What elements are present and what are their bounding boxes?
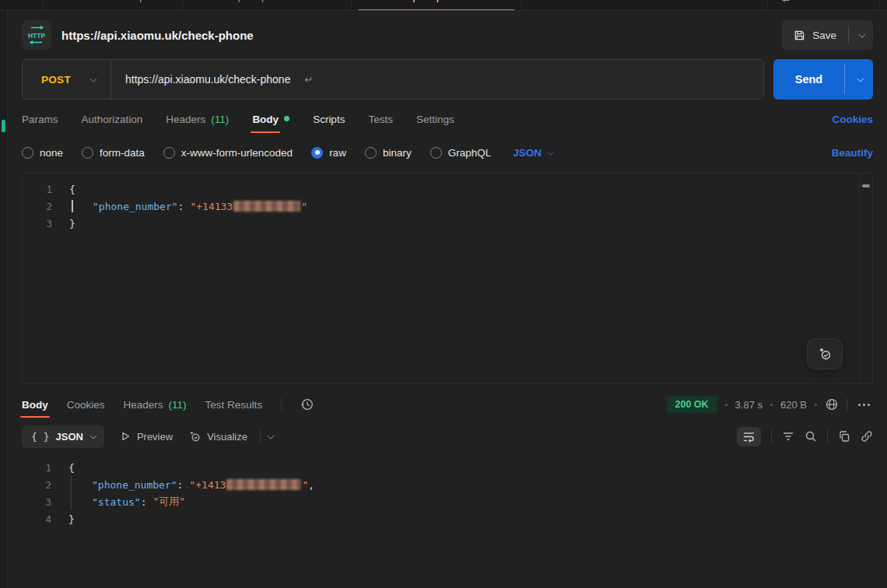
copy-icon[interactable] bbox=[838, 430, 850, 443]
enter-hint-icon: ↵ bbox=[304, 74, 313, 86]
code-line[interactable]: 3 } bbox=[23, 215, 872, 232]
editor-scrollbar[interactable] bbox=[859, 173, 872, 383]
save-button[interactable]: Save bbox=[782, 20, 848, 50]
radio-x-www-form-urlencoded[interactable]: x-www-form-urlencoded bbox=[163, 147, 293, 159]
body-type-options: none form-data x-www-form-urlencoded raw… bbox=[22, 138, 873, 166]
active-tab-underline bbox=[358, 9, 514, 11]
request-tab-2[interactable]: GET https://api.xiaomu.uk/ch bbox=[183, 0, 352, 11]
response-body-editor[interactable]: 1 { 2 "phone_number" : "+1413 " , 3 "sta… bbox=[8, 454, 887, 588]
request-url-row: POST https://api.xiaomu.uk/check-phone ↵… bbox=[22, 59, 873, 100]
method-badge-get: GET bbox=[65, 0, 82, 2]
response-view-tools bbox=[737, 427, 873, 446]
code-line[interactable]: 1 { bbox=[23, 180, 872, 198]
new-tab-button[interactable]: + bbox=[521, 0, 550, 4]
environment-selector[interactable]: No environment bbox=[767, 0, 879, 11]
code-line[interactable]: 1 { bbox=[22, 459, 873, 476]
json-value-visible: "+1413 bbox=[189, 479, 226, 491]
code-line[interactable]: 4 } bbox=[22, 510, 873, 527]
response-tab-headers[interactable]: Headers (11) bbox=[124, 389, 187, 420]
filter-icon[interactable] bbox=[782, 431, 794, 442]
tab-params[interactable]: Params bbox=[22, 100, 58, 138]
url-input-container: POST https://api.xiaomu.uk/check-phone ↵ bbox=[22, 59, 764, 100]
headers-count-badge: (11) bbox=[211, 114, 229, 125]
globe-network-icon[interactable] bbox=[825, 397, 839, 411]
radio-form-data[interactable]: form-data bbox=[82, 147, 145, 159]
request-header: HTTP https://api.xiaomu.uk/check-phone S… bbox=[8, 11, 887, 56]
sparkle-circle-icon bbox=[188, 430, 201, 443]
json-value-visible: "+14133 bbox=[190, 201, 233, 212]
request-workspace: HTTP https://api.xiaomu.uk/check-phone S… bbox=[8, 11, 887, 588]
response-tab-cookies[interactable]: Cookies bbox=[67, 389, 105, 420]
code-line[interactable]: 3 "status" : "可用" bbox=[22, 493, 873, 510]
method-selector[interactable]: POST bbox=[23, 74, 110, 86]
response-meta: 200 OK 3.87 s 620 B bbox=[667, 396, 874, 413]
response-time[interactable]: 3.87 s bbox=[735, 399, 763, 411]
sidebar-indicator bbox=[2, 120, 5, 132]
cookies-link[interactable]: Cookies bbox=[832, 114, 873, 125]
tab-scripts[interactable]: Scripts bbox=[313, 100, 345, 138]
save-options-button[interactable] bbox=[849, 20, 873, 50]
line-number: 3 bbox=[22, 496, 51, 508]
collapsed-sidebar-strip[interactable] bbox=[0, 11, 8, 588]
dot-separator bbox=[770, 404, 773, 406]
redacted-phone-digits bbox=[233, 201, 300, 212]
beautify-link[interactable]: Beautify bbox=[832, 147, 873, 159]
tab-tests[interactable]: Tests bbox=[368, 100, 393, 138]
url-value: https://api.xiaomu.uk/check-phone bbox=[111, 73, 304, 86]
method-label: POST bbox=[23, 74, 89, 86]
environment-label: No environment bbox=[798, 0, 867, 2]
radio-none[interactable]: none bbox=[22, 147, 63, 159]
scrollbar-thumb[interactable] bbox=[862, 184, 870, 187]
status-badge[interactable]: 200 OK bbox=[667, 396, 717, 413]
send-split-button: Send bbox=[773, 59, 873, 100]
link-icon[interactable] bbox=[861, 430, 873, 443]
text-cursor bbox=[72, 200, 73, 212]
preview-button[interactable]: Preview bbox=[120, 431, 173, 443]
request-body-editor[interactable]: 1 { 2 "phone_number" : "+14133 " 3 } bbox=[22, 173, 873, 384]
response-history-button[interactable] bbox=[300, 397, 314, 411]
chevron-down-icon bbox=[856, 75, 864, 82]
tab-headers[interactable]: Headers (11) bbox=[166, 100, 229, 138]
dot-separator bbox=[725, 404, 727, 406]
request-tab-1[interactable]: GET Untitled Request bbox=[44, 0, 183, 11]
send-button[interactable]: Send bbox=[773, 59, 844, 100]
tab-body-active[interactable]: Body bbox=[252, 100, 289, 138]
redacted-phone-digits bbox=[226, 479, 301, 490]
radio-graphql[interactable]: GraphQL bbox=[430, 147, 492, 159]
divider bbox=[771, 430, 772, 443]
response-headers-count-badge: (11) bbox=[169, 399, 187, 411]
more-options-icon[interactable] bbox=[855, 404, 873, 406]
raw-format-dropdown[interactable]: JSON bbox=[513, 147, 552, 159]
environment-quick-look-icon bbox=[780, 0, 791, 2]
search-icon[interactable] bbox=[805, 430, 817, 443]
json-key: "status" bbox=[92, 496, 141, 508]
svg-text:HTTP: HTTP bbox=[28, 32, 46, 40]
radio-icon bbox=[82, 147, 93, 159]
response-tab-body-active[interactable]: Body bbox=[22, 389, 48, 420]
request-tab-3-active[interactable]: POST https://api.xiaomu.uk/c bbox=[352, 0, 521, 11]
radio-raw-selected[interactable]: raw bbox=[311, 147, 346, 159]
wrap-text-button-active[interactable] bbox=[737, 427, 761, 446]
line-number: 4 bbox=[22, 513, 51, 525]
radio-selected-icon bbox=[311, 147, 323, 159]
play-icon bbox=[120, 431, 131, 442]
body-content-dot bbox=[284, 116, 289, 121]
send-options-button[interactable] bbox=[845, 59, 873, 100]
visualize-button[interactable]: Visualize bbox=[188, 430, 272, 443]
tab-bar-end-divider bbox=[879, 0, 887, 11]
code-line[interactable]: 2 "phone_number" : "+1413 " , bbox=[22, 476, 873, 493]
tab-authorization[interactable]: Authorization bbox=[82, 100, 143, 138]
line-number: 2 bbox=[23, 201, 52, 212]
postbot-ai-button[interactable] bbox=[807, 338, 843, 369]
line-number: 1 bbox=[23, 184, 52, 195]
response-format-dropdown[interactable]: { } JSON bbox=[22, 425, 104, 448]
response-tab-test-results[interactable]: Test Results bbox=[205, 389, 263, 420]
code-line[interactable]: 2 "phone_number" : "+14133 " bbox=[23, 198, 872, 215]
response-size[interactable]: 620 B bbox=[780, 399, 807, 411]
radio-icon bbox=[430, 147, 442, 159]
braces-icon: { } bbox=[31, 431, 49, 443]
radio-icon bbox=[365, 147, 377, 159]
url-input[interactable]: https://api.xiaomu.uk/check-phone ↵ bbox=[111, 73, 763, 86]
tab-settings[interactable]: Settings bbox=[416, 100, 454, 138]
radio-binary[interactable]: binary bbox=[365, 147, 412, 159]
